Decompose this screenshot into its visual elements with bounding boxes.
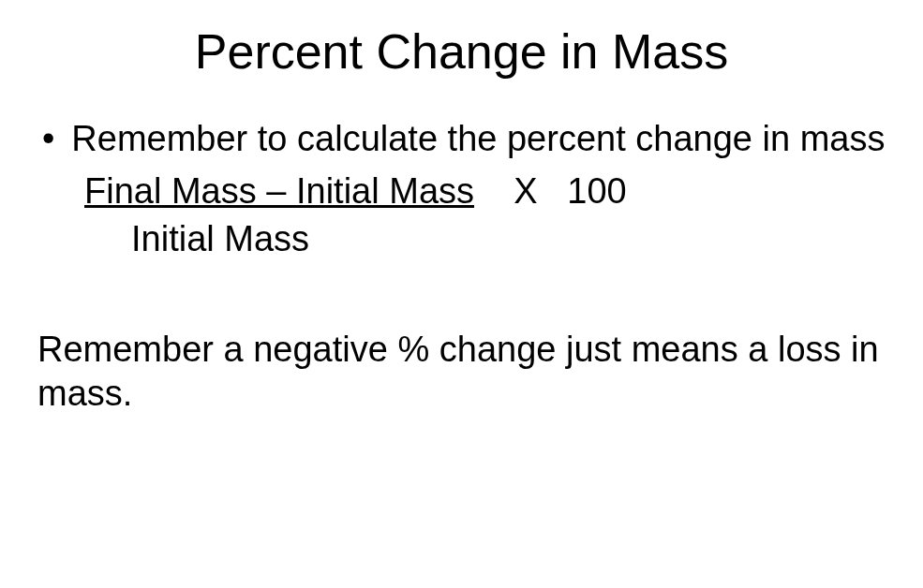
bullet-text: Remember to calculate the percent change…: [71, 117, 886, 162]
bullet-item: • Remember to calculate the percent chan…: [37, 117, 886, 162]
slide-title: Percent Change in Mass: [37, 23, 886, 80]
slide-content: • Remember to calculate the percent chan…: [37, 117, 886, 417]
note-text: Remember a negative % change just means …: [37, 328, 886, 417]
formula-numerator-line: Final Mass – Initial Mass X 100: [84, 169, 886, 214]
formula-numerator: Final Mass – Initial Mass: [84, 171, 474, 211]
bullet-marker: •: [42, 117, 54, 162]
formula-multiplier: X 100: [474, 171, 627, 211]
formula-denominator: Initial Mass: [131, 217, 886, 262]
